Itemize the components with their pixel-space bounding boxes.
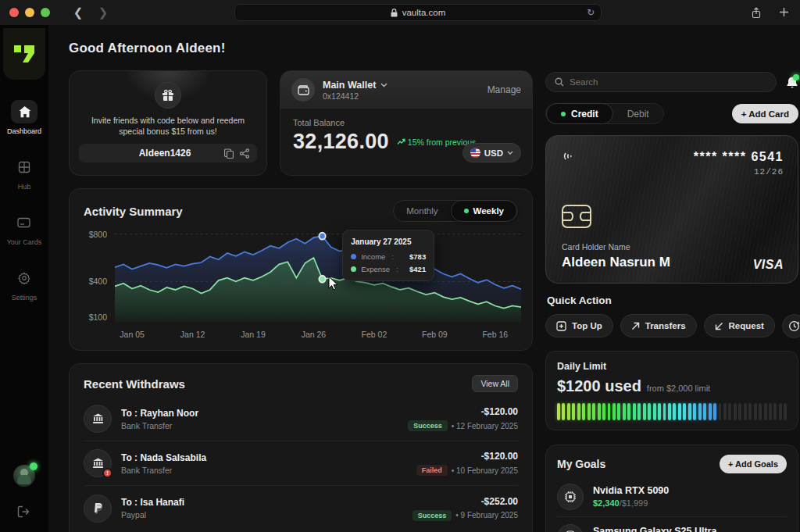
limit-segment <box>709 403 712 420</box>
share-icon[interactable] <box>751 7 762 19</box>
close-window-button[interactable] <box>9 8 19 17</box>
limit-segment <box>602 403 605 420</box>
request-button[interactable]: Request <box>704 314 775 337</box>
withdraw-row[interactable]: To : Rayhan Noor Bank Transfer -$120.00 … <box>84 397 518 441</box>
limit-segment <box>617 403 620 420</box>
error-badge-icon: ! <box>102 468 112 478</box>
add-card-button[interactable]: + Add Card <box>732 104 798 123</box>
referral-code: Aldeen1426 <box>79 148 224 159</box>
limit-segment <box>713 403 716 420</box>
history-clock-icon[interactable] <box>782 314 800 338</box>
usa-flag-icon <box>470 148 480 158</box>
page-title: Good Afternoon Aldeen! <box>69 41 798 56</box>
transfers-button[interactable]: Transfers <box>620 314 697 337</box>
expense-dot <box>351 266 356 272</box>
manage-wallet-link[interactable]: Manage <box>488 84 521 95</box>
toggle-weekly[interactable]: Weekly <box>451 200 517 222</box>
chart-y-axis: $800$400$100 <box>80 228 112 322</box>
grid-icon <box>11 155 38 179</box>
plus-square-icon <box>556 321 566 331</box>
daily-limit-from: from $2,000 limit <box>647 384 710 393</box>
search-bar[interactable] <box>545 72 777 92</box>
withdraw-row[interactable]: To : Isa Hanafi Paypal -$252.00 Success … <box>84 486 518 530</box>
goals-title: My Goals <box>557 458 605 470</box>
sidebar-item-your-cards[interactable]: Your Cards <box>7 211 42 246</box>
limit-segment <box>572 403 575 420</box>
maximize-window-button[interactable] <box>41 8 50 17</box>
currency-code: USD <box>484 148 503 158</box>
share-code-icon[interactable] <box>240 148 249 159</box>
main-wallet-card: Main Wallet 0x124412 Manage Total Balan <box>280 70 533 176</box>
goal-item[interactable]: Samsung Galaxy S25 Ultra $1,780/$799 <box>557 517 787 532</box>
chevron-down-icon[interactable] <box>380 83 388 87</box>
limit-segment <box>673 403 676 420</box>
new-tab-icon[interactable] <box>779 7 789 19</box>
card-expiry: 12/26 <box>754 167 784 177</box>
logout-icon[interactable] <box>17 505 31 518</box>
x-tick-label: Jan 19 <box>241 330 266 339</box>
reload-icon[interactable]: ↻ <box>587 7 595 18</box>
sidebar-item-hub[interactable]: Hub <box>11 155 38 191</box>
withdraw-row[interactable]: ! To : Nada Salsabila Bank Transfer -$12… <box>84 441 518 486</box>
toggle-monthly[interactable]: Monthly <box>394 200 450 222</box>
arrow-up-right-icon <box>631 322 640 330</box>
limit-segment <box>633 403 636 420</box>
trend-up-icon <box>397 138 405 145</box>
currency-selector[interactable]: USD <box>462 143 521 162</box>
active-dot <box>561 112 566 116</box>
notification-dot <box>793 74 799 80</box>
card-holder-label: Card Holder Name <box>562 242 630 252</box>
view-all-button[interactable]: View All <box>472 375 518 392</box>
withdraw-recipient: To : Isa Hanafi <box>121 497 403 508</box>
limit-segment <box>598 403 601 420</box>
tooltip-expense-label: Expense <box>361 265 390 273</box>
home-icon <box>11 100 38 123</box>
sidebar-item-label: Hub <box>18 183 31 191</box>
emv-chip-icon <box>562 205 591 228</box>
withdraw-recipient: To : Rayhan Noor <box>121 408 398 419</box>
sidebar-item-label: Your Cards <box>7 238 42 246</box>
toggle-credit[interactable]: Credit <box>546 103 613 124</box>
referral-code-field[interactable]: Aldeen1426 <box>79 144 257 162</box>
income-dot <box>351 254 356 259</box>
withdraw-method: Paypal <box>121 510 403 520</box>
sidebar-item-dashboard[interactable]: Dashboard <box>7 100 41 135</box>
wallet-name[interactable]: Main Wallet <box>323 80 376 91</box>
activity-chart[interactable]: January 27 2025 Income :$783 Expense :$4… <box>115 228 521 322</box>
notifications-bell-icon[interactable] <box>786 76 798 89</box>
minimize-window-button[interactable] <box>25 8 34 17</box>
forward-button[interactable]: ❯ <box>94 5 112 20</box>
limit-segment <box>582 403 585 420</box>
card-number: **** **** 6541 <box>694 150 784 164</box>
limit-segment <box>773 403 777 420</box>
area-chart <box>115 228 521 322</box>
top-up-button[interactable]: Top Up <box>545 314 613 337</box>
toggle-debit[interactable]: Debit <box>613 103 663 124</box>
gift-icon <box>155 82 181 109</box>
add-goals-button[interactable]: + Add Goals <box>720 455 787 473</box>
daily-limit-meter <box>557 403 787 420</box>
lock-icon <box>391 9 398 17</box>
search-input[interactable] <box>570 77 767 87</box>
limit-segment <box>738 403 741 420</box>
user-avatar[interactable] <box>13 465 35 487</box>
arrow-down-left-icon <box>715 322 723 330</box>
withdraw-date: • 12 February 2025 <box>452 422 518 430</box>
limit-segment <box>577 403 580 420</box>
x-tick-label: Jan 12 <box>180 330 205 339</box>
limit-segment <box>683 403 686 420</box>
copy-icon[interactable] <box>224 148 234 159</box>
goal-item[interactable]: Nvidia RTX 5090 $2,340/$1,999 <box>557 477 787 517</box>
browser-chrome: ❮ ❯ vaulta.com ↻ <box>0 0 800 25</box>
limit-segment <box>592 403 595 420</box>
back-button[interactable]: ❮ <box>69 5 88 20</box>
limit-segment <box>623 403 626 420</box>
app-logo[interactable] <box>3 28 45 80</box>
sidebar-item-settings[interactable]: Settings <box>11 266 38 302</box>
withdraw-method: Bank Transfer <box>121 466 407 475</box>
limit-segment <box>764 403 767 420</box>
address-bar[interactable]: vaulta.com ↻ <box>234 4 602 21</box>
chart-tooltip: January 27 2025 Income :$783 Expense :$4… <box>342 230 434 281</box>
limit-segment <box>754 403 757 420</box>
credit-card-visual[interactable]: **** **** 6541 12/26 Card Holder Name Al… <box>545 135 798 284</box>
